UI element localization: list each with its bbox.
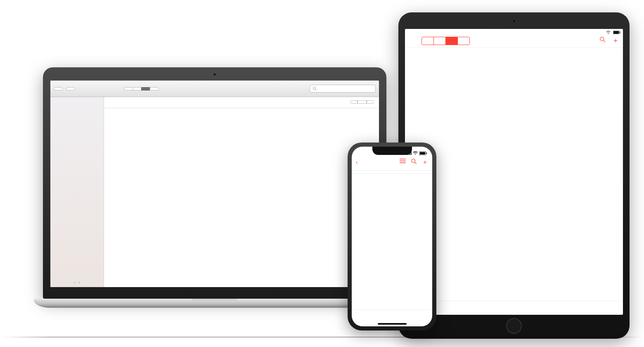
svg-rect-17 — [400, 161, 406, 162]
svg-point-6 — [600, 37, 604, 41]
view-month-button[interactable] — [446, 37, 458, 45]
ipad-calendar-app: ＋ — [405, 29, 623, 315]
next-month-button[interactable] — [367, 100, 374, 104]
prev-month-button[interactable] — [350, 100, 358, 104]
ipad-status-bar — [405, 29, 623, 36]
wifi-icon — [413, 151, 418, 155]
ipad-header: ＋ — [405, 36, 623, 48]
macbook-camera-icon — [213, 73, 216, 76]
ipad-footer — [405, 301, 623, 315]
battery-icon — [419, 151, 427, 155]
svg-line-1 — [315, 89, 316, 90]
svg-rect-5 — [620, 31, 620, 33]
view-day-button[interactable] — [124, 87, 133, 90]
iphone-notch-icon — [372, 147, 412, 155]
ipad-camera-icon — [513, 20, 515, 22]
view-year-button[interactable] — [150, 87, 159, 90]
mac-header — [104, 97, 379, 105]
view-segment — [124, 87, 159, 90]
add-calendar-button[interactable] — [66, 87, 75, 90]
view-month-button[interactable] — [141, 87, 150, 90]
view-week-button[interactable] — [133, 87, 141, 90]
macbook-base — [34, 299, 395, 308]
today-button[interactable] — [358, 100, 367, 104]
iphone-calendar-app: ‹ ＋ — [352, 147, 432, 326]
home-bar-icon[interactable] — [378, 323, 407, 325]
mac-sidebar: ‹ › — [50, 97, 104, 287]
wifi-icon — [606, 31, 611, 34]
svg-line-7 — [603, 40, 605, 42]
mini-prev-icon[interactable]: ‹ — [74, 280, 75, 285]
month-label-oct — [352, 171, 432, 172]
view-segment — [421, 37, 470, 45]
iphone-device: ‹ ＋ — [348, 143, 436, 330]
sidebar-other-label — [50, 100, 104, 102]
battery-icon — [613, 31, 620, 34]
svg-rect-16 — [400, 159, 406, 159]
month-label-nov — [352, 174, 432, 175]
svg-line-20 — [414, 162, 416, 164]
day-header-row — [104, 105, 379, 108]
add-icon[interactable]: ＋ — [422, 158, 428, 166]
add-icon[interactable]: ＋ — [612, 36, 619, 45]
ipad-home-button-icon[interactable] — [506, 318, 522, 334]
search-icon — [313, 86, 317, 91]
svg-point-0 — [313, 87, 315, 89]
list-view-icon[interactable] — [400, 158, 406, 166]
mini-calendar[interactable]: ‹ › — [53, 280, 101, 285]
svg-rect-4 — [613, 31, 619, 34]
view-week-button[interactable] — [434, 37, 446, 45]
macbook-device: ‹ › — [34, 67, 395, 308]
mac-toolbar — [50, 81, 379, 97]
month-grid[interactable] — [405, 50, 623, 301]
svg-point-2 — [608, 33, 609, 34]
svg-point-12 — [415, 154, 416, 155]
table-shadow — [0, 337, 644, 337]
svg-rect-15 — [426, 152, 427, 154]
search-icon[interactable] — [599, 36, 606, 45]
month-grid[interactable] — [104, 108, 379, 287]
iphone-topbar: ‹ ＋ — [352, 157, 432, 168]
mac-main — [104, 97, 379, 287]
macbook-bezel: ‹ › — [43, 67, 386, 299]
view-day-button[interactable] — [422, 37, 434, 45]
calendars-button[interactable] — [54, 87, 63, 90]
day-header-row — [352, 168, 432, 169]
svg-rect-18 — [400, 162, 406, 163]
mini-next-icon[interactable]: › — [78, 280, 80, 285]
search-icon[interactable] — [411, 158, 417, 166]
search-input[interactable] — [310, 85, 376, 93]
svg-point-19 — [412, 159, 415, 163]
view-year-button[interactable] — [458, 37, 469, 45]
svg-rect-14 — [420, 152, 425, 154]
back-button[interactable]: ‹ — [356, 159, 358, 165]
mac-calendar-app: ‹ › — [50, 81, 379, 287]
